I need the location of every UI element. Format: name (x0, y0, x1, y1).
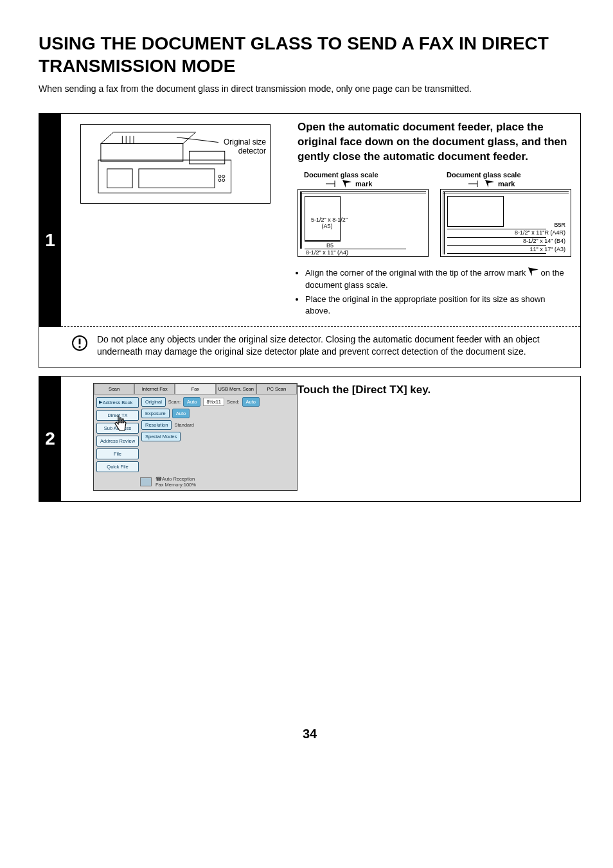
scale-r2: 8-1/2" x 11"R (A4R) (515, 229, 565, 236)
scan-label: Scan: (168, 399, 181, 405)
svg-rect-22 (79, 339, 81, 344)
svg-point-5 (218, 175, 221, 178)
svg-rect-3 (107, 169, 132, 188)
scale-head-left: Document glass scale (304, 171, 378, 179)
scale-l2: B5 (326, 242, 333, 249)
arrow-mark-icon (485, 180, 494, 188)
quick-file-button[interactable]: Quick File (96, 461, 139, 472)
step-1: 1 (39, 113, 581, 368)
exposure-button[interactable]: Exposure (141, 409, 170, 418)
tab-internet-fax[interactable]: Internet Fax (134, 384, 175, 394)
tab-fax[interactable]: Fax (175, 384, 215, 394)
detector-label: Original sizedetector (221, 137, 266, 155)
caution-text: Do not place any objects under the origi… (94, 333, 571, 359)
scale-r3: 8-1/2" x 14" (B4) (523, 238, 565, 244)
step-2-heading: Touch the [Direct TX] key. (298, 383, 571, 398)
tab-usb-mem-scan[interactable]: USB Mem. Scan (216, 384, 256, 394)
svg-point-23 (78, 346, 80, 348)
exposure-auto-button[interactable]: Auto (172, 409, 190, 418)
arrow-mark-icon (528, 267, 538, 279)
glass-scale-right: Document glass scale mark B5R (440, 171, 571, 257)
svg-rect-4 (139, 169, 215, 188)
mark-label-left: mark (355, 180, 372, 188)
printer-illustration: Original sizedetector (80, 124, 271, 204)
auto-reception-label: Auto Reception (162, 476, 195, 482)
file-button[interactable]: File (96, 448, 139, 459)
step-2-number: 2 (39, 376, 61, 501)
svg-point-7 (218, 179, 221, 182)
svg-marker-19 (485, 180, 494, 188)
tab-scan[interactable]: Scan (94, 384, 134, 394)
resolution-value: Standard (174, 422, 193, 428)
step-1-bullets: Align the corner of the original with th… (298, 267, 571, 317)
svg-point-8 (222, 179, 225, 182)
caution-row: Do not place any objects under the origi… (39, 327, 580, 368)
scale-head-right: Document glass scale (447, 171, 521, 179)
scale-l1: 5-1/2" x 8-1/2"(A5) (311, 217, 343, 229)
step-2: 2 Scan Internet Fax Fax USB Mem. Scan PC… (39, 376, 581, 502)
touchscreen-illustration: Scan Internet Fax Fax USB Mem. Scan PC S… (93, 383, 298, 491)
arrow-mark-icon (342, 180, 351, 188)
scale-line-icon (468, 181, 481, 187)
fax-memory-label: Fax Memory:100% (155, 482, 196, 488)
scale-r1: B5R (554, 222, 565, 228)
address-review-button[interactable]: Address Review (96, 436, 139, 447)
svg-rect-1 (101, 144, 183, 162)
svg-marker-16 (342, 180, 351, 188)
memory-icon (140, 477, 152, 486)
send-auto-button[interactable]: Auto (242, 397, 260, 407)
scale-l3: 8-1/2" x 11" (A4) (306, 249, 348, 256)
svg-line-13 (177, 137, 218, 143)
address-book-button[interactable]: Address Book (96, 397, 139, 408)
page-title: USING THE DOCUMENT GLASS TO SEND A FAX I… (39, 32, 581, 77)
step-1-heading: Open the automatic document feeder, plac… (298, 120, 571, 164)
send-label: Send: (227, 399, 240, 405)
scan-size-value: 8½x11 (203, 398, 224, 406)
svg-rect-2 (190, 151, 225, 164)
mark-label-right: mark (498, 180, 515, 188)
phone-icon: ☎ (155, 476, 162, 482)
original-button[interactable]: Original (141, 397, 166, 407)
svg-marker-20 (528, 267, 538, 276)
scan-auto-button[interactable]: Auto (183, 397, 200, 407)
intro-text: When sending a fax from the document gla… (39, 84, 581, 94)
page-number: 34 (39, 727, 581, 741)
special-modes-button[interactable]: Special Modes (141, 432, 181, 441)
scale-r4: 11" x 17" (A3) (530, 246, 565, 252)
svg-point-6 (222, 175, 225, 178)
bullet-1a: Align the corner of the original with th… (305, 268, 526, 278)
resolution-button[interactable]: Resolution (141, 420, 172, 430)
glass-scale-left: Document glass scale mark 5-1/2" x 8-1 (298, 171, 429, 257)
cursor-hand-icon (113, 415, 130, 434)
caution-icon (67, 333, 94, 351)
bullet-2: Place the original in the appropriate po… (305, 294, 571, 317)
scale-line-icon (326, 181, 339, 187)
